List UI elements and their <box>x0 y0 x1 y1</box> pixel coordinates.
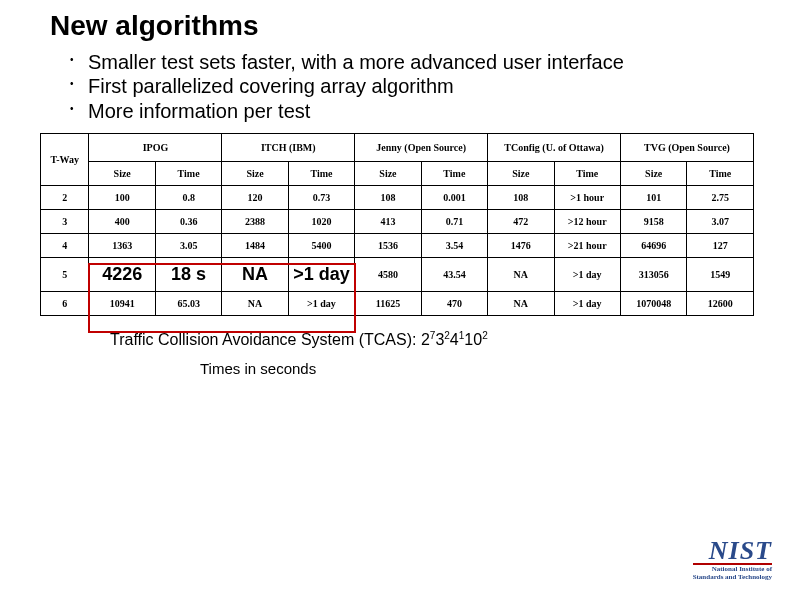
cell: 313056 <box>620 258 686 292</box>
table-row-highlight: 5 4226 18 s NA >1 day 4580 43.54 NA >1 d… <box>41 258 754 292</box>
bullet-item: First parallelized covering array algori… <box>70 74 754 98</box>
nist-logo: NIST National Institute of Standards and… <box>693 539 772 581</box>
cell: >21 hour <box>554 234 620 258</box>
caption-text: Traffic Collision Avoidance System (TCAS… <box>110 332 430 349</box>
cell: 12600 <box>687 292 754 316</box>
cell: 413 <box>355 210 421 234</box>
caption-text: 3 <box>435 332 444 349</box>
caption-text: 10 <box>464 332 482 349</box>
cell: 1020 <box>288 210 354 234</box>
cell: 127 <box>687 234 754 258</box>
col-group: TConfig (U. of Ottawa) <box>488 134 621 162</box>
table-row: 3 400 0.36 2388 1020 413 0.71 472 >12 ho… <box>41 210 754 234</box>
col-sub: Time <box>554 162 620 186</box>
table-row: 4 1363 3.05 1484 5400 1536 3.54 1476 >21… <box>41 234 754 258</box>
cell: >1 day <box>288 258 354 292</box>
cell: 1484 <box>222 234 288 258</box>
cell: 1070048 <box>620 292 686 316</box>
cell: 11625 <box>355 292 421 316</box>
cell: >1 day <box>554 292 620 316</box>
cell: 400 <box>89 210 155 234</box>
cell: NA <box>222 292 288 316</box>
cell: 0.73 <box>288 186 354 210</box>
cell: 120 <box>222 186 288 210</box>
cell: NA <box>488 292 554 316</box>
nist-logo-text: NIST <box>693 539 772 562</box>
table-row: 2 100 0.8 120 0.73 108 0.001 108 >1 hour… <box>41 186 754 210</box>
cell: >1 hour <box>554 186 620 210</box>
col-sub: Size <box>488 162 554 186</box>
cell: >1 day <box>288 292 354 316</box>
bullet-list: Smaller test sets faster, with a more ad… <box>70 50 754 123</box>
cell: 1536 <box>355 234 421 258</box>
cell: 9158 <box>620 210 686 234</box>
col-group: Jenny (Open Source) <box>355 134 488 162</box>
cell: 108 <box>488 186 554 210</box>
cell: 18 s <box>155 258 221 292</box>
cell: 0.71 <box>421 210 487 234</box>
col-group: TVG (Open Source) <box>620 134 753 162</box>
caption: Traffic Collision Avoidance System (TCAS… <box>110 330 754 349</box>
table-row: 6 10941 65.03 NA >1 day 11625 470 NA >1 … <box>41 292 754 316</box>
tway-value: 3 <box>41 210 89 234</box>
col-sub: Time <box>421 162 487 186</box>
table-subheader-row: Size Time Size Time Size Time Size Time … <box>41 162 754 186</box>
col-sub: Size <box>89 162 155 186</box>
cell: 4226 <box>89 258 155 292</box>
col-sub: Time <box>155 162 221 186</box>
bullet-item: More information per test <box>70 99 754 123</box>
cell: 10941 <box>89 292 155 316</box>
tway-value: 6 <box>41 292 89 316</box>
cell: 472 <box>488 210 554 234</box>
subcaption: Times in seconds <box>200 360 754 377</box>
cell: 1476 <box>488 234 554 258</box>
col-sub: Time <box>288 162 354 186</box>
col-sub: Size <box>355 162 421 186</box>
caption-sup: 2 <box>482 330 488 341</box>
tway-value: 5 <box>41 258 89 292</box>
cell: 65.03 <box>155 292 221 316</box>
bullet-item: Smaller test sets faster, with a more ad… <box>70 50 754 74</box>
cell: 3.54 <box>421 234 487 258</box>
cell: 1363 <box>89 234 155 258</box>
tway-header: T-Way <box>41 134 89 186</box>
col-group: IPOG <box>89 134 222 162</box>
col-group: ITCH (IBM) <box>222 134 355 162</box>
cell: 108 <box>355 186 421 210</box>
nist-logo-line2: Standards and Technology <box>693 574 772 581</box>
cell: >1 day <box>554 258 620 292</box>
cell: 101 <box>620 186 686 210</box>
cell: 100 <box>89 186 155 210</box>
cell: 0.8 <box>155 186 221 210</box>
cell: NA <box>488 258 554 292</box>
cell: 4580 <box>355 258 421 292</box>
cell: 470 <box>421 292 487 316</box>
cell: 64696 <box>620 234 686 258</box>
cell: 0.36 <box>155 210 221 234</box>
col-sub: Time <box>687 162 754 186</box>
cell: 2.75 <box>687 186 754 210</box>
tway-value: 4 <box>41 234 89 258</box>
table-header-row: T-Way IPOG ITCH (IBM) Jenny (Open Source… <box>41 134 754 162</box>
cell: >12 hour <box>554 210 620 234</box>
cell: 3.07 <box>687 210 754 234</box>
caption-text: 4 <box>450 332 459 349</box>
comparison-table: T-Way IPOG ITCH (IBM) Jenny (Open Source… <box>40 133 754 316</box>
cell: NA <box>222 258 288 292</box>
cell: 3.05 <box>155 234 221 258</box>
tway-value: 2 <box>41 186 89 210</box>
cell: 0.001 <box>421 186 487 210</box>
page-title: New algorithms <box>50 10 754 42</box>
cell: 1549 <box>687 258 754 292</box>
cell: 2388 <box>222 210 288 234</box>
cell: 5400 <box>288 234 354 258</box>
cell: 43.54 <box>421 258 487 292</box>
col-sub: Size <box>620 162 686 186</box>
col-sub: Size <box>222 162 288 186</box>
